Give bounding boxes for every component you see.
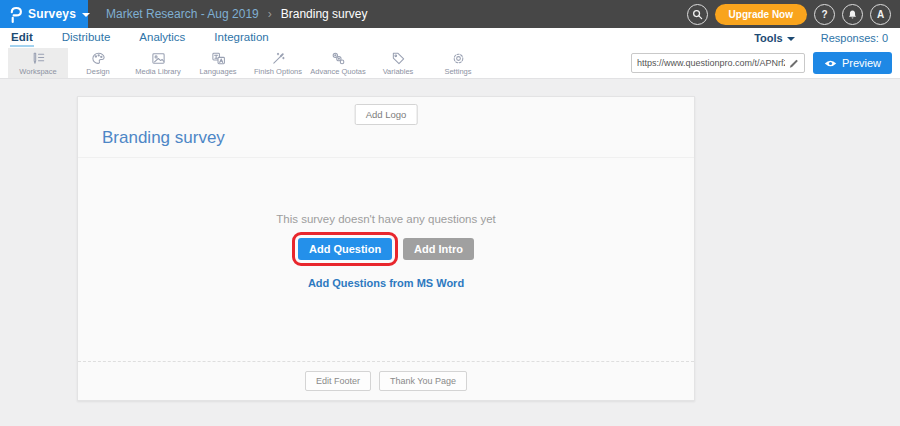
toolbar-item-languages[interactable]: Languages bbox=[188, 48, 248, 78]
product-label: Surveys bbox=[28, 7, 76, 21]
tab-integration[interactable]: Integration bbox=[213, 29, 269, 47]
tools-menu[interactable]: Tools bbox=[754, 32, 795, 44]
toolbar-item-finish-options[interactable]: Finish Options bbox=[248, 48, 308, 78]
search-button[interactable] bbox=[687, 4, 708, 25]
bell-icon bbox=[847, 9, 858, 20]
edit-toolbar: Workspace Design Media Library Languages bbox=[0, 48, 900, 79]
settings-gear-icon bbox=[451, 51, 466, 66]
workspace-icon bbox=[31, 51, 46, 66]
edit-url-icon[interactable] bbox=[788, 58, 799, 69]
breadcrumb-parent[interactable]: Market Research - Aug 2019 bbox=[106, 7, 259, 21]
notifications-button[interactable] bbox=[842, 4, 863, 25]
tab-edit[interactable]: Edit bbox=[10, 29, 34, 47]
toolbar-item-label: Workspace bbox=[19, 67, 56, 76]
survey-url-box bbox=[631, 53, 805, 73]
toolbar-item-label: Advance Quotas bbox=[310, 67, 365, 76]
toolbar-item-workspace[interactable]: Workspace bbox=[8, 48, 68, 78]
media-library-icon bbox=[151, 51, 166, 66]
caret-down-icon bbox=[82, 13, 90, 17]
top-bar: Surveys Market Research - Aug 2019 › Bra… bbox=[0, 0, 900, 28]
toolbar-item-label: Languages bbox=[199, 67, 236, 76]
upgrade-now-button[interactable]: Upgrade Now bbox=[715, 4, 807, 25]
edit-footer-button[interactable]: Edit Footer bbox=[305, 371, 371, 391]
toolbar-item-media-library[interactable]: Media Library bbox=[128, 48, 188, 78]
add-logo-button[interactable]: Add Logo bbox=[355, 104, 418, 125]
add-intro-button[interactable]: Add Intro bbox=[403, 238, 474, 260]
topbar-actions: Upgrade Now ? A bbox=[687, 4, 900, 25]
variables-tag-icon bbox=[391, 51, 406, 66]
thank-you-page-button[interactable]: Thank You Page bbox=[379, 371, 467, 391]
toolbar-item-settings[interactable]: Settings bbox=[428, 48, 488, 78]
tools-label: Tools bbox=[754, 32, 783, 44]
survey-card-footer: Edit Footer Thank You Page bbox=[78, 361, 694, 400]
empty-survey-message: This survey doesn't have any questions y… bbox=[78, 213, 694, 225]
toolbar-item-label: Settings bbox=[444, 67, 471, 76]
preview-label: Preview bbox=[842, 57, 881, 69]
navbar-right: Tools Responses: 0 bbox=[754, 32, 890, 44]
toolbar-item-design[interactable]: Design bbox=[68, 48, 128, 78]
survey-card: Add Logo Branding survey This survey doe… bbox=[77, 96, 695, 401]
search-icon bbox=[692, 9, 703, 20]
caret-down-icon bbox=[787, 37, 795, 41]
breadcrumb-current: Branding survey bbox=[281, 7, 368, 21]
toolbar-item-variables[interactable]: Variables bbox=[368, 48, 428, 78]
toolbar-item-advance-quotas[interactable]: Advance Quotas bbox=[308, 48, 368, 78]
eye-icon bbox=[824, 59, 837, 68]
breadcrumb-separator: › bbox=[268, 7, 272, 21]
survey-card-body: This survey doesn't have any questions y… bbox=[78, 213, 694, 291]
avatar[interactable]: A bbox=[870, 4, 891, 25]
add-question-button[interactable]: Add Question bbox=[298, 238, 392, 260]
languages-icon bbox=[211, 51, 226, 66]
add-questions-ms-word-link[interactable]: Add Questions from MS Word bbox=[308, 277, 464, 289]
nav-tabs: Edit Distribute Analytics Integration bbox=[10, 29, 270, 47]
quotas-chain-icon bbox=[331, 51, 346, 66]
survey-url-input[interactable] bbox=[637, 58, 785, 68]
surveys-menu[interactable]: Surveys bbox=[0, 0, 88, 28]
survey-card-header: Add Logo Branding survey bbox=[78, 97, 694, 158]
responses-count[interactable]: Responses: 0 bbox=[821, 32, 888, 44]
tab-analytics[interactable]: Analytics bbox=[138, 29, 186, 47]
toolbar-item-label: Variables bbox=[383, 67, 414, 76]
preview-button[interactable]: Preview bbox=[813, 52, 892, 74]
breadcrumb: Market Research - Aug 2019 › Branding su… bbox=[106, 7, 367, 21]
toolbar-item-label: Media Library bbox=[135, 67, 180, 76]
design-palette-icon bbox=[91, 51, 106, 66]
toolbar-item-label: Design bbox=[86, 67, 109, 76]
tab-distribute[interactable]: Distribute bbox=[61, 29, 112, 47]
question-actions: Add Question Add Intro bbox=[78, 238, 694, 260]
magic-wand-icon bbox=[271, 51, 286, 66]
toolbar-item-label: Finish Options bbox=[254, 67, 302, 76]
questionpro-logo-icon bbox=[9, 6, 22, 23]
survey-title[interactable]: Branding survey bbox=[102, 128, 225, 148]
workspace-area: Add Logo Branding survey This survey doe… bbox=[0, 79, 900, 426]
help-button[interactable]: ? bbox=[814, 4, 835, 25]
toolbar-right: Preview bbox=[631, 48, 900, 78]
survey-nav-bar: Edit Distribute Analytics Integration To… bbox=[0, 28, 900, 48]
